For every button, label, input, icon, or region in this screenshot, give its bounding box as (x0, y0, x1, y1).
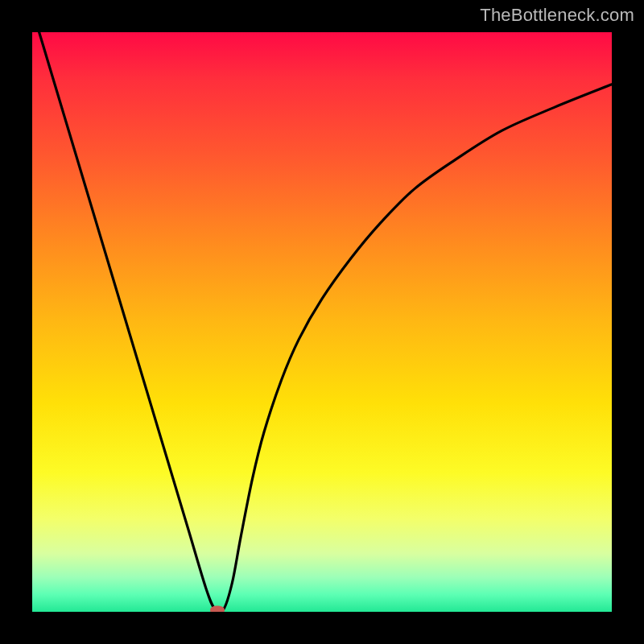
bottleneck-curve (32, 32, 612, 612)
watermark-label: TheBottleneck.com (480, 5, 634, 26)
optimal-point-marker (210, 606, 225, 613)
plot-area (32, 32, 612, 612)
curve-svg (32, 32, 612, 612)
chart-frame: TheBottleneck.com (0, 0, 644, 644)
